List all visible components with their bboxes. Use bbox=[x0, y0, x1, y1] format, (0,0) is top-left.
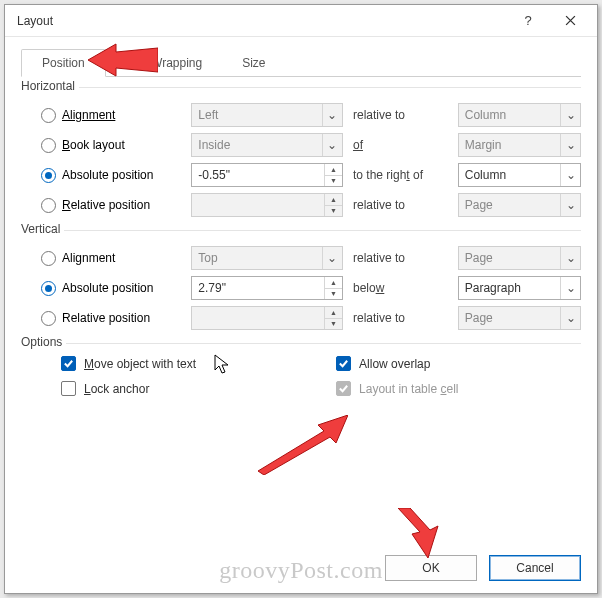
h-absolute-spinner[interactable]: -0.55" ▲ ▼ bbox=[191, 163, 343, 187]
vertical-legend: Vertical bbox=[21, 222, 64, 236]
spin-up-icon[interactable]: ▲ bbox=[325, 277, 342, 289]
v-absolute-below-combo[interactable]: Paragraph ⌄ bbox=[458, 276, 581, 300]
h-booklayout-radio[interactable] bbox=[41, 138, 56, 153]
v-alignment-combo[interactable]: Top ⌄ bbox=[191, 246, 343, 270]
v-alignment-relative-combo[interactable]: Page ⌄ bbox=[458, 246, 581, 270]
h-alignment-relative-combo[interactable]: Column ⌄ bbox=[458, 103, 581, 127]
spin-up-icon[interactable]: ▲ bbox=[325, 194, 342, 206]
tab-text-wrapping[interactable]: Text Wrapping bbox=[106, 50, 222, 76]
spin-up-icon[interactable]: ▲ bbox=[325, 307, 342, 319]
h-booklayout-of-combo[interactable]: Margin ⌄ bbox=[458, 133, 581, 157]
vertical-group: Vertical Alignment Top ⌄ relative to Pag… bbox=[21, 230, 581, 333]
h-absolute-rightof-combo[interactable]: Column ⌄ bbox=[458, 163, 581, 187]
cancel-button[interactable]: Cancel bbox=[489, 555, 581, 581]
spin-down-icon[interactable]: ▼ bbox=[325, 319, 342, 330]
lock-anchor-checkbox[interactable] bbox=[61, 381, 76, 396]
h-alignment-combo[interactable]: Left ⌄ bbox=[191, 103, 343, 127]
v-absolute-spinner[interactable]: 2.79" ▲ ▼ bbox=[191, 276, 343, 300]
v-alignment-radio[interactable] bbox=[41, 251, 56, 266]
spin-down-icon[interactable]: ▼ bbox=[325, 206, 342, 217]
chevron-down-icon: ⌄ bbox=[560, 277, 580, 299]
v-relative-radio[interactable] bbox=[41, 311, 56, 326]
dialog-buttons: OK Cancel bbox=[5, 547, 597, 593]
horizontal-group: Horizontal Alignment Left ⌄ relative to … bbox=[21, 87, 581, 220]
layout-in-table-cell-checkbox bbox=[336, 381, 351, 396]
chevron-down-icon: ⌄ bbox=[560, 164, 580, 186]
options-legend: Options bbox=[21, 335, 66, 349]
v-absolute-radio[interactable] bbox=[41, 281, 56, 296]
chevron-down-icon: ⌄ bbox=[322, 134, 342, 156]
chevron-down-icon: ⌄ bbox=[560, 134, 580, 156]
chevron-down-icon: ⌄ bbox=[560, 104, 580, 126]
allow-overlap-checkbox[interactable] bbox=[336, 356, 351, 371]
help-button[interactable]: ? bbox=[507, 6, 549, 36]
spin-up-icon[interactable]: ▲ bbox=[325, 164, 342, 176]
tabstrip: Position Text Wrapping Size bbox=[21, 49, 581, 77]
h-alignment-radio[interactable] bbox=[41, 108, 56, 123]
v-relative-spinner[interactable]: ▲ ▼ bbox=[191, 306, 343, 330]
ok-button[interactable]: OK bbox=[385, 555, 477, 581]
titlebar: Layout ? bbox=[5, 5, 597, 37]
chevron-down-icon: ⌄ bbox=[322, 104, 342, 126]
move-with-text-checkbox[interactable] bbox=[61, 356, 76, 371]
chevron-down-icon: ⌄ bbox=[322, 247, 342, 269]
spin-down-icon[interactable]: ▼ bbox=[325, 176, 342, 187]
tab-position[interactable]: Position bbox=[21, 49, 106, 77]
v-relative-relative-combo[interactable]: Page ⌄ bbox=[458, 306, 581, 330]
window-title: Layout bbox=[17, 14, 507, 28]
layout-dialog: Layout ? Position Text Wrapping Size Hor… bbox=[4, 4, 598, 594]
chevron-down-icon: ⌄ bbox=[560, 307, 580, 329]
h-absolute-radio[interactable] bbox=[41, 168, 56, 183]
options-group: Options Move object with text Lock ancho… bbox=[21, 343, 581, 404]
h-booklayout-combo[interactable]: Inside ⌄ bbox=[191, 133, 343, 157]
h-relative-spinner[interactable]: ▲ ▼ bbox=[191, 193, 343, 217]
tab-size[interactable]: Size bbox=[222, 50, 285, 76]
h-relative-radio[interactable] bbox=[41, 198, 56, 213]
chevron-down-icon: ⌄ bbox=[560, 194, 580, 216]
spin-down-icon[interactable]: ▼ bbox=[325, 289, 342, 300]
horizontal-legend: Horizontal bbox=[21, 79, 79, 93]
close-button[interactable] bbox=[549, 6, 591, 36]
h-relative-relative-combo[interactable]: Page ⌄ bbox=[458, 193, 581, 217]
chevron-down-icon: ⌄ bbox=[560, 247, 580, 269]
